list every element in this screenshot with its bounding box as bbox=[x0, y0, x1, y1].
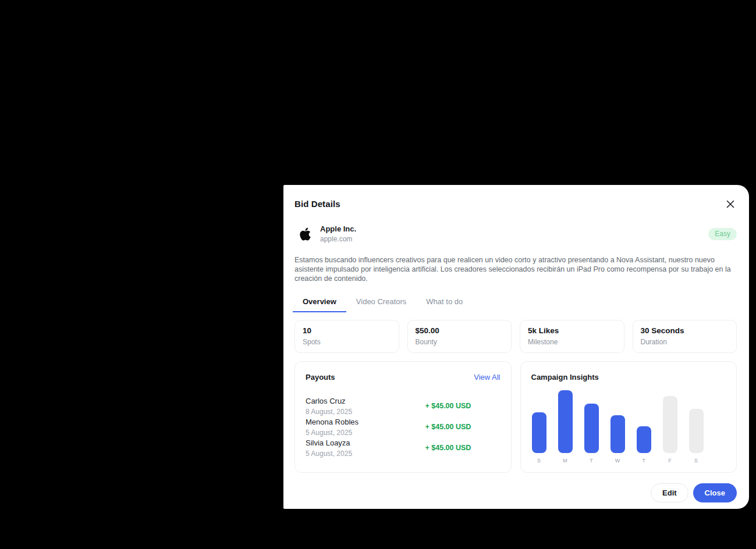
insights-title: Campaign Insights bbox=[531, 373, 599, 382]
payout-amount: + $45.00 USD bbox=[425, 402, 501, 410]
payout-date: 5 August, 2025 bbox=[306, 450, 425, 458]
tab-bar: Overview Video Creators What to do bbox=[293, 297, 737, 312]
close-icon[interactable] bbox=[724, 198, 737, 211]
payout-row: Carlos Cruz 8 August, 2025 + $45.00 USD bbox=[306, 395, 501, 416]
tab-what-to-do[interactable]: What to do bbox=[416, 297, 473, 312]
chart-axis-label: M bbox=[558, 458, 573, 464]
payout-row: Menona Robles 5 August, 2025 + $45.00 US… bbox=[306, 416, 501, 437]
stat-label: Bounty bbox=[416, 338, 504, 346]
modal-title: Bid Details bbox=[294, 199, 340, 209]
difficulty-badge: Easy bbox=[708, 228, 737, 240]
payouts-panel: Payouts View All Carlos Cruz 8 August, 2… bbox=[294, 361, 512, 473]
chart-axis-label: W bbox=[611, 458, 625, 464]
stat-card-bounty: $50.00 Bounty bbox=[407, 320, 512, 353]
payout-who: Silvia Loayza 5 August, 2025 bbox=[306, 439, 425, 458]
chart-axis-label: S bbox=[532, 458, 546, 464]
brand-text: Apple Inc. apple.com bbox=[320, 224, 356, 243]
edit-button[interactable]: Edit bbox=[651, 483, 688, 502]
stat-label: Spots bbox=[303, 338, 391, 346]
payout-amount: + $45.00 USD bbox=[425, 423, 501, 431]
campaign-insights-panel: Campaign Insights SMTWTFS bbox=[520, 361, 737, 473]
stat-value: $50.00 bbox=[416, 326, 504, 335]
campaign-description: Estamos buscando influencers creativos p… bbox=[294, 255, 737, 283]
chart-bar-t-2 bbox=[584, 404, 599, 453]
chart-bar-f-5 bbox=[663, 396, 677, 453]
apple-logo-icon bbox=[294, 227, 315, 241]
brand-domain: apple.com bbox=[320, 235, 356, 243]
payout-list: Carlos Cruz 8 August, 2025 + $45.00 USD … bbox=[306, 395, 501, 458]
chart-axis-label: S bbox=[689, 458, 704, 464]
stat-card-spots: 10 Spots bbox=[294, 320, 399, 353]
brand-name: Apple Inc. bbox=[320, 224, 356, 233]
modal-header: Bid Details bbox=[294, 199, 737, 211]
chart-bars bbox=[532, 389, 726, 453]
chart-bar-s-0 bbox=[532, 412, 546, 453]
payout-date: 5 August, 2025 bbox=[306, 429, 425, 437]
stat-value: 5k Likes bbox=[528, 326, 616, 335]
payout-name: Silvia Loayza bbox=[306, 439, 425, 447]
tab-video-creators[interactable]: Video Creators bbox=[346, 297, 416, 312]
payout-who: Menona Robles 5 August, 2025 bbox=[306, 418, 425, 437]
chart-axis-label: F bbox=[663, 458, 677, 464]
stat-card-duration: 30 Seconds Duration bbox=[633, 320, 737, 353]
stat-value: 30 Seconds bbox=[641, 326, 729, 335]
chart-bar-m-1 bbox=[558, 390, 573, 453]
stat-label: Milestone bbox=[528, 338, 616, 346]
close-icon-glyph bbox=[726, 200, 734, 208]
stat-label: Duration bbox=[641, 338, 729, 346]
payout-amount: + $45.00 USD bbox=[425, 444, 501, 452]
insights-bar-chart: SMTWTFS bbox=[531, 389, 726, 464]
chart-bar-s-6 bbox=[689, 409, 704, 453]
stat-card-milestone: 5k Likes Milestone bbox=[520, 320, 624, 353]
chart-axis-label: T bbox=[637, 458, 651, 464]
chart-axis-label: T bbox=[584, 458, 599, 464]
insights-header: Campaign Insights bbox=[531, 373, 726, 382]
payout-row: Silvia Loayza 5 August, 2025 + $45.00 US… bbox=[306, 437, 501, 458]
payout-who: Carlos Cruz 8 August, 2025 bbox=[306, 397, 425, 416]
tab-overview[interactable]: Overview bbox=[293, 297, 346, 312]
stats-row: 10 Spots $50.00 Bounty 5k Likes Mileston… bbox=[294, 320, 737, 353]
stat-value: 10 bbox=[303, 326, 391, 335]
chart-axis-labels: SMTWTFS bbox=[532, 458, 726, 464]
brand-row: Apple Inc. apple.com Easy bbox=[294, 224, 737, 243]
content-row: Payouts View All Carlos Cruz 8 August, 2… bbox=[294, 361, 737, 473]
chart-bar-w-3 bbox=[611, 415, 625, 453]
payout-date: 8 August, 2025 bbox=[306, 408, 425, 416]
view-all-link[interactable]: View All bbox=[474, 373, 500, 382]
payouts-title: Payouts bbox=[306, 373, 335, 382]
payouts-header: Payouts View All bbox=[306, 373, 501, 382]
bid-details-modal: Bid Details Apple Inc. apple.com Easy Es… bbox=[283, 185, 749, 509]
payout-name: Carlos Cruz bbox=[306, 397, 425, 405]
close-button[interactable]: Close bbox=[693, 483, 737, 502]
chart-bar-t-4 bbox=[637, 426, 651, 453]
modal-footer: Edit Close bbox=[294, 483, 737, 502]
payout-name: Menona Robles bbox=[306, 418, 425, 426]
